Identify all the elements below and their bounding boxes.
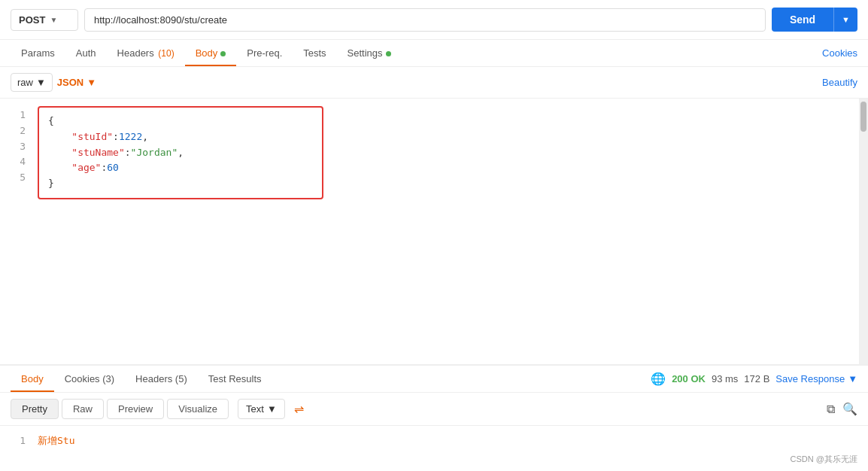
text-chevron: ▼ [267,403,277,415]
response-section: Body Cookies (3) Headers (5) Test Result… [0,364,868,471]
response-tab-body[interactable]: Body [11,366,54,392]
tab-tests[interactable]: Tests [293,40,336,66]
json-label: JSON [57,77,83,88]
tab-settings-label: Settings [348,47,383,59]
response-tab-body-label: Body [21,373,44,384]
beautify-link[interactable]: Beautify [822,77,857,88]
method-select[interactable]: POST ▼ [11,9,78,31]
response-tab-test-results[interactable]: Test Results [198,366,272,392]
code-line-4: "age":60 [48,160,313,176]
url-bar: POST ▼ Send ▼ [0,0,868,40]
raw-view-button[interactable]: Raw [62,399,104,419]
pretty-button[interactable]: Pretty [11,399,59,419]
code-editor: 1 2 3 4 5 { "stuId":1222, "stuName":"Jor… [0,99,868,364]
tab-params-label: Params [21,47,55,59]
watermark: CSDN @其乐无涯 [791,454,857,465]
response-tab-cookies-label: Cookies (3) [65,373,114,384]
status-ok: 200 OK [672,373,706,384]
url-input[interactable] [84,8,766,32]
request-tab-bar: Params Auth Headers (10) Body Pre-req. T… [0,40,868,67]
raw-dropdown[interactable]: raw ▼ [11,73,53,92]
text-dropdown[interactable]: Text ▼ [238,399,285,419]
visualize-button[interactable]: Visualize [167,399,229,419]
response-tab-cookies[interactable]: Cookies (3) [54,366,125,392]
resp-line-num-1: 1 [20,435,26,446]
app-container: POST ▼ Send ▼ Params Auth Headers (10) B… [0,0,868,471]
save-response-chevron: ▼ [848,373,857,384]
response-body: 1 新增Stu [0,426,868,471]
response-size: 172 B [744,373,769,384]
open-brace: { [48,114,54,129]
send-dropdown-button[interactable]: ▼ [833,8,857,32]
tab-auth-label: Auth [76,47,96,59]
close-brace: } [48,176,54,192]
line-numbers: 1 2 3 4 5 [11,106,26,357]
response-tab-bar: Body Cookies (3) Headers (5) Test Result… [0,366,868,393]
save-response-button[interactable]: Save Response ▼ [775,373,857,384]
send-btn-group: Send ▼ [772,8,857,32]
search-icon[interactable]: 🔍 [842,402,857,416]
tab-body[interactable]: Body [185,40,237,66]
tab-body-label: Body [196,47,218,59]
code-line-5: } [48,176,313,192]
code-box: { "stuId":1222, "stuName":"Jordan", "age… [38,106,323,199]
tab-prereq[interactable]: Pre-req. [236,40,293,66]
method-label: POST [19,14,45,26]
send-button[interactable]: Send [772,8,833,32]
save-response-label: Save Response [775,373,845,384]
copy-icon[interactable]: ⧉ [827,403,835,416]
settings-dot [386,51,391,56]
key-age: "age" [71,160,101,176]
json-dropdown[interactable]: JSON ▼ [57,77,96,88]
editor-scrollbar[interactable] [859,99,868,364]
headers-badge: (10) [158,48,174,59]
response-text: 新增Stu [38,435,74,446]
response-tab-test-results-label: Test Results [208,373,262,384]
scrollbar-thumb [860,102,866,132]
response-tab-headers-label: Headers (5) [135,373,187,384]
tab-prereq-label: Pre-req. [247,47,282,59]
wrap-icon[interactable]: ⇌ [294,402,304,416]
body-dot [220,51,226,56]
line-num-3: 3 [11,139,26,155]
code-line-2: "stuId":1222, [48,129,313,145]
code-line-3: "stuName":"Jordan", [48,145,313,161]
val-stuname: "Jordan" [131,145,178,161]
line-num-1: 1 [11,108,26,123]
body-toolbar: raw ▼ JSON ▼ Beautify [0,67,868,99]
line-num-5: 5 [11,170,26,186]
text-label: Text [246,403,264,415]
tab-tests-label: Tests [303,47,326,59]
code-line-1: { [48,114,313,129]
method-chevron: ▼ [50,16,57,24]
line-num-2: 2 [11,123,26,139]
response-view-toolbar: Pretty Raw Preview Visualize Text ▼ ⇌ ⧉ … [0,393,868,426]
response-line-numbers: 1 [11,433,26,463]
response-meta: 🌐 200 OK 93 ms 172 B Save Response ▼ [651,372,857,386]
tab-headers[interactable]: Headers (10) [107,40,185,66]
cookies-link[interactable]: Cookies [822,47,857,59]
response-time: 93 ms [712,373,738,384]
globe-icon: 🌐 [651,372,666,386]
tab-settings[interactable]: Settings [337,40,402,66]
tab-params[interactable]: Params [11,40,65,66]
line-num-4: 4 [11,154,26,170]
tab-headers-label: Headers (10) [117,47,175,59]
response-content: 新增Stu [38,433,74,463]
key-stuname: "stuName" [71,145,124,161]
response-tab-headers[interactable]: Headers (5) [125,366,198,392]
json-chevron: ▼ [86,77,96,88]
raw-chevron: ▼ [36,77,46,88]
val-age: 60 [107,160,119,176]
code-content[interactable]: { "stuId":1222, "stuName":"Jordan", "age… [38,106,857,357]
preview-button[interactable]: Preview [107,399,164,419]
key-stuid: "stuId" [71,129,113,145]
tab-auth[interactable]: Auth [65,40,107,66]
val-stuid: 1222 [119,129,142,145]
raw-label: raw [17,77,33,88]
